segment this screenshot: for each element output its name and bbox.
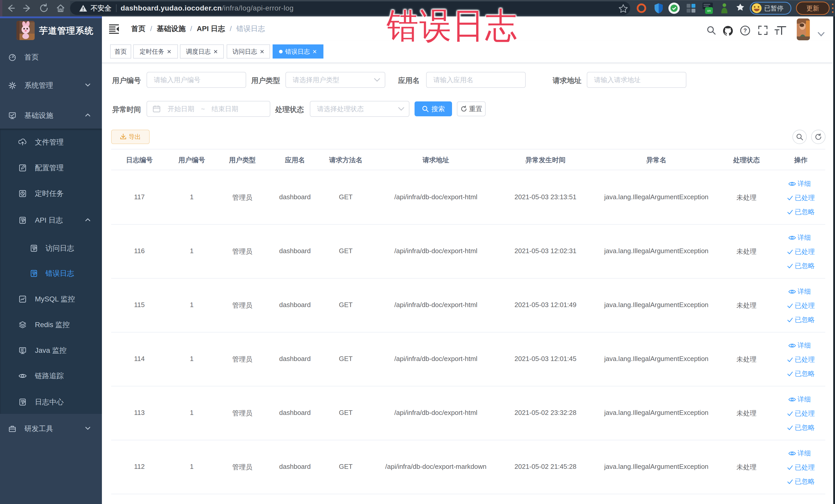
svg-text:on: on	[707, 9, 711, 13]
svg-text:?: ?	[744, 27, 747, 34]
